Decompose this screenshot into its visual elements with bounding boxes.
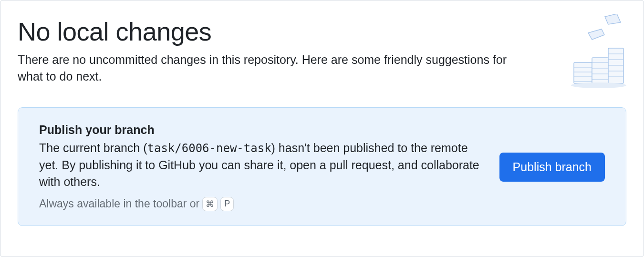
page-title: No local changes: [18, 18, 523, 46]
svg-rect-0: [574, 62, 592, 83]
toolbar-hint: Always available in the toolbar or ⌘ P: [39, 197, 480, 211]
hint-prefix: Always available in the toolbar or: [39, 197, 199, 210]
branch-name-code: task/6006-new-task: [147, 142, 271, 155]
kbd-key: P: [220, 197, 234, 211]
page-subtitle: There are no uncommitted changes in this…: [18, 51, 523, 85]
kbd-cmd-icon: ⌘: [202, 197, 218, 211]
header-row: No local changes There are no uncommitte…: [18, 18, 626, 90]
publish-branch-suggestion: Publish your branch The current branch (…: [18, 107, 626, 226]
suggestion-text: Publish your branch The current branch (…: [39, 123, 480, 211]
header-text: No local changes There are no uncommitte…: [18, 18, 523, 85]
svg-rect-10: [608, 48, 623, 83]
desc-prefix: The current branch (: [39, 141, 147, 154]
paper-stack-illustration: [540, 14, 626, 90]
svg-point-16: [571, 82, 626, 88]
no-changes-panel: No local changes There are no uncommitte…: [0, 0, 644, 257]
publish-branch-button[interactable]: Publish branch: [499, 153, 605, 182]
suggestion-description: The current branch (task/6006-new-task) …: [39, 140, 480, 190]
suggestion-title: Publish your branch: [39, 123, 480, 137]
